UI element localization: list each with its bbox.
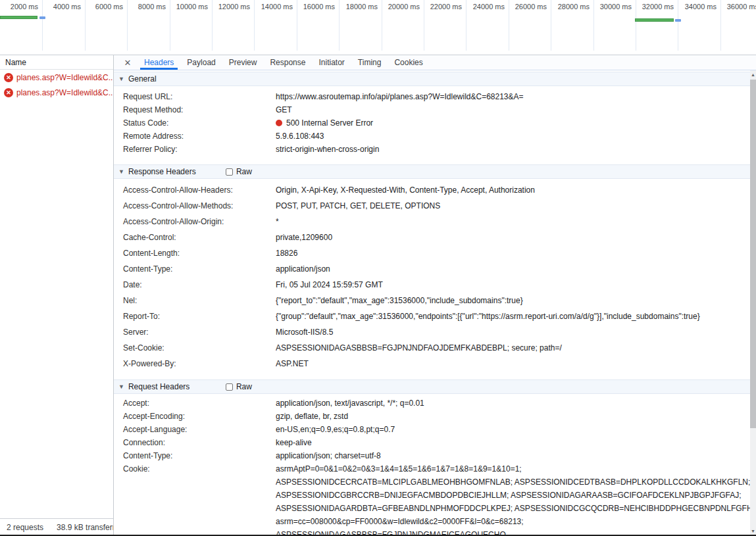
header-key: Status Code: bbox=[114, 118, 276, 128]
header-key: X-Powered-By: bbox=[114, 359, 276, 368]
tab-timing[interactable]: Timing bbox=[351, 55, 388, 70]
cookie-line: asrmAptP=0=0&1=0&2=0&3=1&4=1&5=1&6=1&7=1… bbox=[276, 462, 756, 475]
header-row: Request Method: GET bbox=[114, 103, 756, 116]
cookie-row: Cookie: asrmAptP=0=0&1=0&2=0&3=1&4=1&5=1… bbox=[114, 462, 756, 536]
close-icon[interactable]: ✕ bbox=[118, 55, 138, 70]
header-key: Referrer Policy: bbox=[114, 145, 276, 154]
header-value: Origin, X-Api-Key, X-Requested-With, Con… bbox=[276, 185, 756, 195]
header-value: * bbox=[276, 217, 756, 226]
raw-checkbox[interactable] bbox=[226, 383, 233, 391]
general-rows: Request URL: https://www.asroutemap.info… bbox=[114, 86, 756, 156]
header-key: Accept: bbox=[114, 399, 276, 408]
details-tabbar: ✕ Headers Payload Preview Response Initi… bbox=[114, 55, 756, 70]
header-key: Content-Type: bbox=[114, 264, 276, 274]
scrollbar-up-arrow-icon[interactable]: ▲ bbox=[750, 70, 756, 78]
header-row: Request URL: https://www.asroutemap.info… bbox=[114, 90, 756, 103]
status-error-dot-icon bbox=[276, 120, 282, 126]
chevron-down-icon: ▼ bbox=[118, 383, 124, 390]
section-title: Request Headers bbox=[128, 382, 226, 391]
header-key: Access-Control-Allow-Headers: bbox=[114, 185, 276, 195]
network-panel: Name ✕ planes.asp?W=Idlewild&C... ✕ plan… bbox=[0, 55, 756, 536]
header-row: Status Code: 500 Internal Server Error bbox=[114, 116, 756, 130]
header-key: Date: bbox=[114, 280, 276, 289]
chevron-down-icon: ▼ bbox=[118, 168, 124, 175]
header-key: Server: bbox=[114, 328, 276, 337]
vertical-scrollbar[interactable]: ▲ ▼ bbox=[750, 70, 756, 536]
waterfall-bar-green[interactable] bbox=[635, 18, 674, 22]
header-value: application/json, text/javascript, */*; … bbox=[276, 399, 756, 408]
scrollbar-thumb[interactable] bbox=[750, 80, 756, 428]
sidebar-empty-area bbox=[0, 100, 113, 518]
request-list-sidebar: Name ✕ planes.asp?W=Idlewild&C... ✕ plan… bbox=[0, 55, 114, 536]
cookie-line: ASPSESSIONIDCGBRCCRB=DNIJEGFACMBDOPDBCIE… bbox=[276, 489, 756, 502]
requests-count: 2 requests bbox=[0, 523, 50, 532]
header-value: https://www.asroutemap.info/api/planes.a… bbox=[276, 92, 756, 101]
status-code-value: 500 Internal Server Error bbox=[276, 118, 756, 128]
tab-payload[interactable]: Payload bbox=[180, 55, 222, 70]
section-title: Response Headers bbox=[128, 167, 226, 176]
cookie-line: asrm=cc=008000&cp=FF0000&w=Idlewild&c2=0… bbox=[276, 515, 756, 528]
tab-cookies[interactable]: Cookies bbox=[388, 55, 429, 70]
request-name: planes.asp?W=Idlewild&C... bbox=[16, 73, 113, 82]
request-row[interactable]: ✕ planes.asp?W=Idlewild&C... bbox=[0, 85, 113, 100]
tab-headers[interactable]: Headers bbox=[138, 55, 180, 70]
waterfall-bar-green[interactable] bbox=[0, 16, 38, 19]
header-key: Set-Cookie: bbox=[114, 343, 276, 353]
raw-toggle[interactable]: Raw bbox=[226, 167, 252, 176]
waterfall-bar-blue[interactable] bbox=[39, 16, 45, 19]
request-name: planes.asp?W=Idlewild&C... bbox=[16, 88, 113, 97]
header-value: GET bbox=[276, 105, 756, 114]
raw-checkbox[interactable] bbox=[226, 168, 233, 176]
header-value: 18826 bbox=[276, 249, 756, 258]
request-row[interactable]: ✕ planes.asp?W=Idlewild&C... bbox=[0, 70, 113, 85]
header-key: Access-Control-Allow-Origin: bbox=[114, 217, 276, 226]
network-overview-band[interactable]: 2000 ms4000 ms6000 ms8000 ms10000 ms1200… bbox=[0, 0, 756, 55]
header-value: ASPSESSIONIDAGASBBSB=FGJPNJNDFAOJDEMFKAB… bbox=[276, 343, 756, 353]
tab-response[interactable]: Response bbox=[263, 55, 312, 70]
status-bar: 2 requests 38.9 kB transferre bbox=[0, 518, 113, 536]
waterfall-bar-blue[interactable] bbox=[675, 19, 681, 22]
header-key: Remote Address: bbox=[114, 132, 276, 141]
header-key: Cache-Control: bbox=[114, 233, 276, 242]
request-details-pane: ✕ Headers Payload Preview Response Initi… bbox=[114, 55, 756, 536]
transferred-size: 38.9 kB transferre bbox=[50, 523, 113, 532]
header-key: Cookie: bbox=[114, 462, 276, 475]
section-header-request-headers[interactable]: ▼ Request Headers Raw bbox=[114, 379, 756, 394]
error-icon: ✕ bbox=[4, 73, 13, 82]
tab-initiator[interactable]: Initiator bbox=[312, 55, 351, 70]
section-header-general[interactable]: ▼ General bbox=[114, 72, 756, 86]
header-value: Microsoft-IIS/8.5 bbox=[276, 328, 756, 337]
header-value: keep-alive bbox=[276, 438, 756, 447]
tab-preview[interactable]: Preview bbox=[222, 55, 264, 70]
header-value: application/json; charset=utf-8 bbox=[276, 451, 756, 460]
section-title: General bbox=[128, 74, 157, 84]
raw-toggle[interactable]: Raw bbox=[226, 382, 252, 391]
header-value: private,1209600 bbox=[276, 233, 756, 242]
header-row: Remote Address: 5.9.6.108:443 bbox=[114, 130, 756, 143]
header-value: ASP.NET bbox=[276, 359, 756, 368]
header-key: Request URL: bbox=[114, 92, 276, 101]
header-value: {"group":"default","max_age":31536000,"e… bbox=[276, 312, 756, 321]
header-key: Accept-Encoding: bbox=[114, 412, 276, 421]
scrollbar-down-arrow-icon[interactable]: ▼ bbox=[750, 527, 756, 535]
header-value: {"report_to":"default","max_age":3153600… bbox=[276, 296, 756, 305]
error-icon: ✕ bbox=[4, 88, 13, 97]
header-key: Content-Length: bbox=[114, 249, 276, 258]
chevron-down-icon: ▼ bbox=[118, 76, 124, 82]
section-header-response-headers[interactable]: ▼ Response Headers Raw bbox=[114, 164, 756, 179]
header-value: en-US,en;q=0.9,es;q=0.8,pt;q=0.7 bbox=[276, 425, 756, 434]
cookie-value: asrmAptP=0=0&1=0&2=0&3=1&4=1&5=1&6=1&7=1… bbox=[276, 462, 756, 536]
header-key: Access-Control-Allow-Methods: bbox=[114, 201, 276, 210]
header-value: 5.9.6.108:443 bbox=[276, 132, 756, 141]
raw-label: Raw bbox=[236, 167, 252, 176]
cookie-line: ASPSESSIONIDAGARDBTA=GFBEABNDLNPHMOFDDCP… bbox=[276, 502, 756, 515]
name-column-header[interactable]: Name bbox=[0, 55, 113, 70]
response-header-rows: Access-Control-Allow-Headers:Origin, X-A… bbox=[114, 179, 756, 372]
header-value: strict-origin-when-cross-origin bbox=[276, 145, 756, 154]
header-row: Referrer Policy: strict-origin-when-cros… bbox=[114, 143, 756, 156]
header-key: Accept-Language: bbox=[114, 425, 276, 434]
raw-label: Raw bbox=[236, 382, 252, 391]
header-value: application/json bbox=[276, 264, 756, 274]
header-key: Content-Type: bbox=[114, 451, 276, 460]
header-value: Fri, 05 Jul 2024 15:59:57 GMT bbox=[276, 280, 756, 289]
